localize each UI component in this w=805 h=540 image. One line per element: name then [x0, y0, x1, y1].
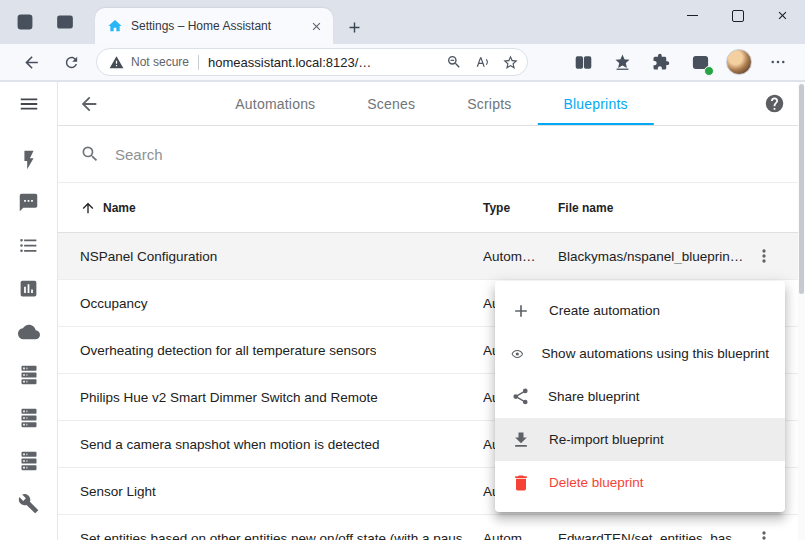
server-icon[interactable] [0, 353, 57, 396]
row-overflow-menu-icon[interactable] [751, 243, 777, 269]
menu-item-label: Delete blueprint [549, 475, 644, 490]
menu-item-create-automation[interactable]: Create automation [495, 289, 785, 332]
row-name: Sensor Light [80, 484, 156, 499]
search-placeholder: Search [115, 146, 163, 163]
row-type: Autom… [483, 531, 549, 540]
search-icon [80, 144, 100, 164]
window-maximize-button[interactable] [715, 0, 760, 31]
server-icon[interactable] [0, 396, 57, 439]
favorites-icon[interactable] [609, 49, 635, 75]
share-icon [511, 387, 530, 406]
new-tab-button[interactable] [343, 16, 365, 38]
ha-sidebar [0, 82, 58, 540]
menu-item-reimport-blueprint[interactable]: Re-import blueprint [495, 418, 785, 461]
status-dot [704, 66, 714, 76]
more-icon[interactable] [765, 49, 791, 75]
search-input[interactable]: Search [58, 126, 805, 183]
row-file: EdwardTEN/set_entities_bas… [558, 531, 754, 540]
table-row[interactable]: Set entities based on other entities new… [58, 515, 805, 540]
window-close-button[interactable] [760, 0, 805, 31]
menu-icon[interactable] [0, 82, 57, 126]
browser-toolbar: Not secure homeassistant.local:8123/… [0, 44, 805, 81]
cloud-icon[interactable] [0, 310, 57, 353]
profile-avatar[interactable] [726, 49, 752, 75]
back-arrow-icon[interactable] [76, 91, 102, 117]
menu-item-label: Create automation [549, 303, 660, 318]
sort-ascending-icon [80, 200, 96, 216]
flash-icon[interactable] [0, 138, 57, 181]
browser-window: Settings – Home Assistant Not secure hom… [0, 0, 805, 540]
column-header-type[interactable]: Type [483, 201, 510, 215]
row-file: Blackymas/nspanel_blueprin… [558, 249, 754, 264]
security-label[interactable]: Not secure [131, 55, 189, 69]
browser-tab-strip: Settings – Home Assistant [0, 0, 805, 44]
home-assistant-favicon [107, 18, 123, 34]
row-type: Autom… [483, 249, 549, 264]
help-circle-icon[interactable] [764, 93, 785, 114]
table-row[interactable]: NSPanel Configuration Autom… Blackymas/n… [58, 233, 805, 280]
column-header-file[interactable]: File name [558, 201, 613, 215]
url-text[interactable]: homeassistant.local:8123/… [208, 55, 441, 70]
address-bar[interactable]: Not secure homeassistant.local:8123/… [96, 48, 528, 76]
browser-tab[interactable]: Settings – Home Assistant [95, 8, 333, 44]
scrollbar[interactable] [798, 82, 805, 540]
toolbar-right-icons [570, 49, 797, 75]
row-overflow-menu-icon[interactable] [751, 525, 777, 540]
blueprint-context-menu: Create automation Show automations using… [495, 281, 785, 512]
workspaces-icon[interactable] [14, 11, 36, 33]
row-name: Philips Hue v2 Smart Dimmer Switch and R… [80, 390, 378, 405]
extensions-icon[interactable] [648, 49, 674, 75]
back-icon[interactable] [16, 47, 46, 77]
column-header-name[interactable]: Name [80, 200, 136, 216]
row-name: NSPanel Configuration [80, 249, 217, 264]
menu-item-delete-blueprint[interactable]: Delete blueprint [495, 461, 785, 504]
download-icon [511, 430, 531, 450]
tab-scenes[interactable]: Scenes [341, 82, 441, 125]
tab-automations[interactable]: Automations [209, 82, 341, 125]
trash-icon [511, 473, 531, 493]
split-screen-icon[interactable] [570, 49, 596, 75]
refresh-icon[interactable] [56, 47, 86, 77]
chart-box-icon[interactable] [0, 267, 57, 310]
tab-scripts[interactable]: Scripts [441, 82, 537, 125]
menu-item-label: Re-import blueprint [549, 432, 664, 447]
chat-icon[interactable] [0, 181, 57, 224]
list-icon[interactable] [0, 224, 57, 267]
menu-item-show-automations[interactable]: Show automations using this blueprint [495, 332, 785, 375]
row-name: Set entities based on other entities new… [80, 531, 478, 540]
tab-title: Settings – Home Assistant [131, 19, 299, 33]
eye-icon [511, 344, 524, 364]
tab-close-icon[interactable] [307, 17, 325, 35]
menu-item-share-blueprint[interactable]: Share blueprint [495, 375, 785, 418]
read-aloud-icon[interactable] [469, 50, 495, 74]
ha-nav-tabs: Automations Scenes Scripts Blueprints [209, 82, 653, 125]
row-name: Overheating detection for all temperatur… [80, 343, 376, 358]
table-header: Name Type File name [58, 183, 805, 233]
row-name: Send a camera snapshot when motion is de… [80, 437, 379, 452]
wrench-icon[interactable] [0, 482, 57, 525]
menu-item-label: Show automations using this blueprint [542, 346, 769, 361]
divider [198, 55, 199, 70]
browser-essentials-icon[interactable] [687, 49, 713, 75]
zoom-icon[interactable] [441, 50, 467, 74]
tab-blueprints[interactable]: Blueprints [537, 82, 653, 125]
menu-item-label: Share blueprint [548, 389, 640, 404]
ha-header: Automations Scenes Scripts Blueprints [58, 82, 805, 126]
row-name: Occupancy [80, 296, 148, 311]
warning-icon [109, 55, 124, 70]
scrollbar-thumb[interactable] [799, 84, 804, 294]
server-icon[interactable] [0, 439, 57, 482]
window-controls [670, 0, 805, 31]
plus-icon [511, 301, 531, 321]
window-minimize-button[interactable] [670, 0, 715, 31]
favorite-star-icon[interactable] [497, 50, 523, 74]
tab-actions-icon[interactable] [54, 11, 76, 33]
